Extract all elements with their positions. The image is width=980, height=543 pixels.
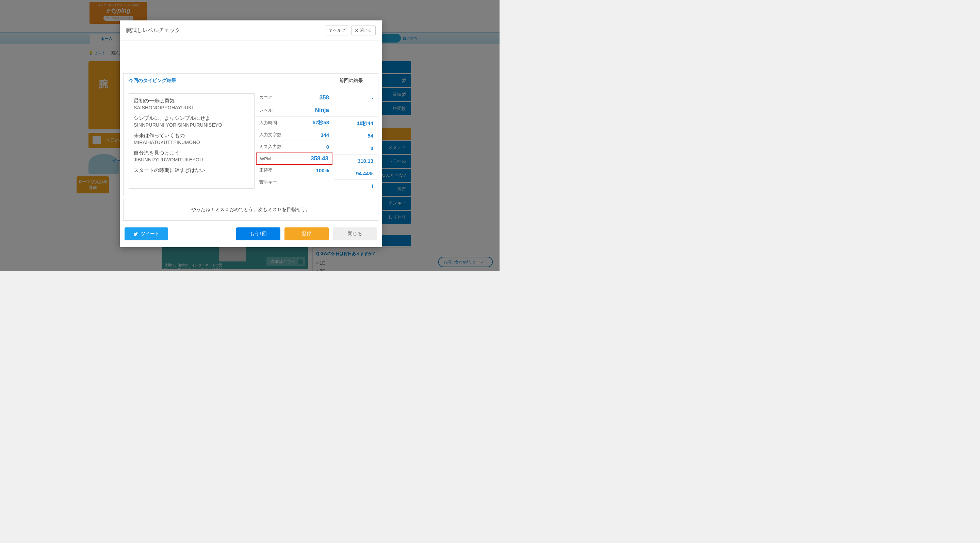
stat-time: 入力時間 57秒58 xyxy=(255,117,334,129)
phrase-jp: スタートの時期に遅すぎはない xyxy=(134,167,250,174)
help-button[interactable]: ? ヘルプ xyxy=(326,25,349,35)
stat-value: 344 xyxy=(321,132,329,138)
phrase-romaji: SINNPURUNI,YORISINNPURUNISEYO xyxy=(134,122,250,128)
phrase-romaji: JIBUNNRYUUWOMITUKEYOU xyxy=(134,157,250,162)
stat-label: 正確率 xyxy=(259,167,272,173)
phrase-jp: 最初の一歩は勇気 xyxy=(134,98,250,104)
close-footer-button[interactable]: 閉じる xyxy=(333,228,377,240)
prev-stat-level: - xyxy=(334,104,378,117)
phrase-item: 自分流を見つけよう JIBUNNRYUUWOMITUKEYOU xyxy=(134,150,250,162)
retry-button[interactable]: もう1回 xyxy=(236,228,280,240)
prev-stat-wpm: 310.13 xyxy=(334,154,378,167)
phrase-item: シンプルに、よりシンプルにせよ SINNPURUNI,YORISINNPURUN… xyxy=(134,115,250,128)
phrase-list[interactable]: 最初の一歩は勇気 SAISHONOIPPOHAYUUKI シンプルに、よりシンプ… xyxy=(129,93,255,189)
close-button[interactable]: ✕ 閉じる xyxy=(351,25,375,35)
stat-label: レベル xyxy=(259,107,272,113)
stat-score: スコア 358 xyxy=(255,92,334,104)
phrase-item: 未来は作っていくもの MIRAIHATUKUTTEIKUMONO xyxy=(134,132,250,145)
close-icon: ✕ xyxy=(355,28,358,33)
stat-value: 57秒58 xyxy=(313,119,329,126)
tweet-button[interactable]: ツイート xyxy=(124,228,168,240)
stat-value: 0 xyxy=(326,144,329,150)
phrase-jp: シンプルに、よりシンプルにせよ xyxy=(134,115,250,121)
stat-miss: ミス入力数 0 xyxy=(255,141,334,153)
stat-label: ミス入力数 xyxy=(259,144,282,150)
register-button[interactable]: 登録 xyxy=(285,228,329,240)
prev-stat-accuracy: 94.44% xyxy=(334,167,378,180)
stat-label: 苦手キー xyxy=(259,179,277,185)
current-stats: スコア 358 レベル Ninja 入力時間 57秒58 入力文字数 xyxy=(255,88,334,191)
prev-stat-time: 10秒44 xyxy=(334,117,378,129)
phrase-romaji: SAISHONOIPPOHAYUUKI xyxy=(134,105,250,110)
modal-body: 今回のタイピング結果 最初の一歩は勇気 SAISHONOIPPOHAYUUKI … xyxy=(120,41,382,221)
stat-weak: 苦手キー xyxy=(255,176,334,188)
prev-stat-miss: 3 xyxy=(334,142,378,154)
help-icon: ? xyxy=(329,28,332,33)
phrase-romaji: MIRAIHATUKUTTEIKUMONO xyxy=(134,140,250,145)
phrase-jp: 自分流を見つけよう xyxy=(134,150,250,156)
result-message: やったね！ミス０おめでとう。次もミス０を目指そう。 xyxy=(123,199,379,221)
modal-footer: ツイート もう1回 登録 閉じる xyxy=(120,221,382,247)
stat-wpm: WPM 358.43 xyxy=(256,153,332,165)
stat-label: 入力文字数 xyxy=(259,132,282,138)
stat-value: 358 xyxy=(320,94,329,101)
modal-spacer xyxy=(123,41,379,73)
current-result-header: 今回のタイピング結果 xyxy=(124,73,334,88)
stat-accuracy: 正確率 100% xyxy=(255,164,334,176)
twitter-icon xyxy=(133,232,138,236)
stat-label: WPM xyxy=(260,156,271,161)
stat-label: スコア xyxy=(259,95,272,101)
current-result-content: 最初の一歩は勇気 SAISHONOIPPOHAYUUKI シンプルに、よりシンプ… xyxy=(124,88,334,191)
prev-stat-score: - xyxy=(334,92,378,104)
modal-title: 腕試しレベルチェック xyxy=(126,27,180,34)
stat-value: 100% xyxy=(316,167,329,173)
stat-value: 358.43 xyxy=(311,155,328,162)
stat-chars: 入力文字数 344 xyxy=(255,129,334,141)
stat-label: 入力時間 xyxy=(259,120,277,126)
phrase-jp: 未来は作っていくもの xyxy=(134,132,250,139)
previous-result-column: 前回の結果 - - 10秒44 54 3 310.13 94.44% I xyxy=(334,73,378,196)
prev-stat-weak: I xyxy=(334,180,378,192)
previous-stats: - - 10秒44 54 3 310.13 94.44% I xyxy=(334,88,378,196)
stat-value: Ninja xyxy=(315,107,329,114)
previous-result-header: 前回の結果 xyxy=(334,73,378,88)
result-modal: 腕試しレベルチェック ? ヘルプ ✕ 閉じる 今回のタイピング結果 xyxy=(120,21,382,247)
modal-header-buttons: ? ヘルプ ✕ 閉じる xyxy=(326,25,375,35)
stat-level: レベル Ninja xyxy=(255,104,334,117)
phrase-item: スタートの時期に遅すぎはない xyxy=(134,167,250,174)
phrase-item: 最初の一歩は勇気 SAISHONOIPPOHAYUUKI xyxy=(134,98,250,110)
current-result-column: 今回のタイピング結果 最初の一歩は勇気 SAISHONOIPPOHAYUUKI … xyxy=(124,73,334,196)
results-container: 今回のタイピング結果 最初の一歩は勇気 SAISHONOIPPOHAYUUKI … xyxy=(123,73,379,196)
modal-header: 腕試しレベルチェック ? ヘルプ ✕ 閉じる xyxy=(120,21,382,41)
prev-stat-chars: 54 xyxy=(334,129,378,142)
